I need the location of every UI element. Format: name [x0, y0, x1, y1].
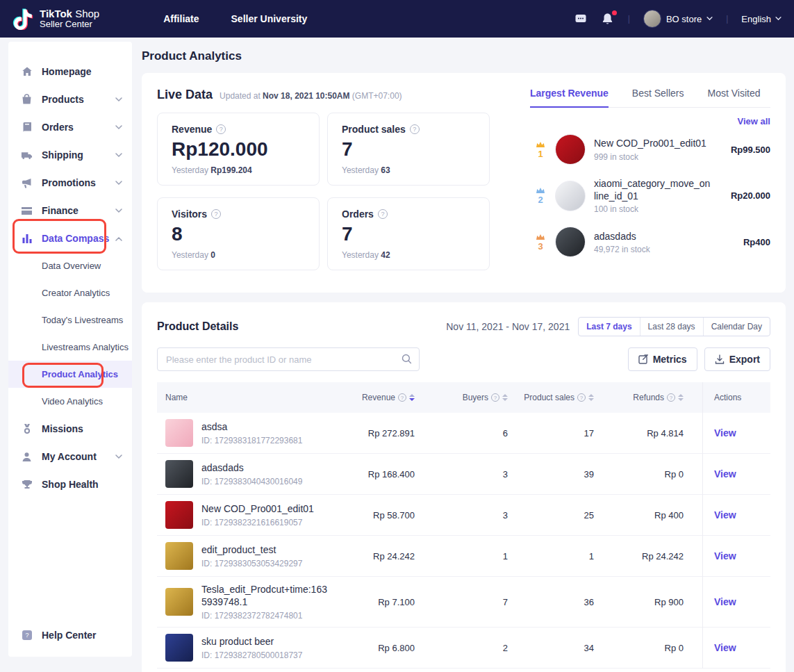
chevron-down-icon	[775, 17, 781, 21]
product-details-card: Product Details Nov 11, 2021 - Nov 17, 2…	[142, 302, 786, 672]
product-name: asdsa	[201, 420, 302, 433]
live-data-updated: Updated at Nov 18, 2021 10:50AM (GMT+07:…	[220, 91, 402, 101]
ranking-item-3[interactable]: 3 adasdads 49,972 in stock Rp400	[530, 220, 770, 263]
cell-revenue: Rp 58.700	[330, 510, 415, 521]
help-icon[interactable]: ?	[491, 393, 499, 402]
sidebar-item-homepage[interactable]: Homepage	[8, 58, 132, 85]
product-thumbnail	[165, 588, 193, 616]
chevron-down-icon	[115, 181, 122, 186]
range-last-28-days[interactable]: Last 28 days	[640, 318, 703, 336]
notification-bell-icon[interactable]	[601, 12, 615, 26]
sidebar-item-help-center[interactable]: ? Help Center	[8, 621, 132, 649]
help-icon[interactable]: ?	[211, 209, 221, 219]
range-calendar-day[interactable]: Calendar Day	[703, 318, 770, 336]
store-switcher[interactable]: BO store	[643, 10, 713, 28]
sort-icon[interactable]	[678, 394, 684, 401]
col-header-refunds[interactable]: Refunds?	[594, 393, 684, 402]
rank-crown-3: 3	[530, 233, 551, 251]
sidebar-subitem-todays-livestreams[interactable]: Today's Livestreams	[8, 306, 132, 334]
tab-best-sellers[interactable]: Best Sellers	[632, 88, 684, 107]
cell-refunds: Rp 400	[594, 510, 684, 521]
actions-column-divider	[702, 382, 703, 669]
sidebar-subitem-livestreams-analytics[interactable]: Livestreams Analytics	[8, 334, 132, 361]
tiktok-shop-logo[interactable]: TikTok Shop Seller Center	[13, 8, 99, 30]
view-link[interactable]: View	[714, 468, 736, 480]
sort-icon[interactable]	[409, 394, 415, 401]
chevron-down-icon	[115, 125, 122, 130]
view-link[interactable]: View	[714, 550, 736, 562]
col-header-name: Name	[157, 393, 330, 402]
nav-link-affiliate[interactable]: Affiliate	[163, 13, 199, 24]
rank-crown-1: 1	[530, 141, 551, 158]
ranking-item-2[interactable]: 2 xiaomi_category_move_online_id_01 100 …	[530, 171, 770, 220]
sidebar-item-my-account[interactable]: My Account	[8, 443, 132, 470]
help-icon[interactable]: ?	[410, 124, 420, 134]
metrics-button[interactable]: Metrics	[628, 347, 697, 371]
view-link[interactable]: View	[714, 509, 736, 521]
sidebar-item-finance[interactable]: Finance	[8, 197, 132, 224]
view-all-link[interactable]: View all	[530, 116, 770, 126]
ranking-item-1[interactable]: 1 New COD_Pro001_edit01 999 in stock Rp9…	[530, 128, 770, 171]
sidebar-subitem-product-analytics[interactable]: Product Analytics	[8, 361, 132, 388]
language-selector[interactable]: English	[741, 14, 781, 24]
sidebar-item-label: Promotions	[42, 177, 96, 188]
product-name: Tesla_edit_Prodcut+time:1635939748.1	[201, 583, 330, 608]
sidebar-subitem-video-analytics[interactable]: Video Analytics	[8, 388, 132, 415]
subitem-label: Creator Analytics	[42, 288, 110, 298]
product-image	[555, 181, 586, 211]
subitem-label: Data Overview	[42, 261, 101, 271]
sort-icon[interactable]	[502, 394, 508, 401]
stat-value: Rp120.000	[172, 138, 305, 161]
col-header-revenue[interactable]: Revenue?	[330, 393, 415, 402]
stat-card-product-sales: Product sales? 7 Yesterday 63	[327, 113, 490, 186]
view-link[interactable]: View	[714, 596, 736, 607]
sidebar-item-label: Help Center	[42, 630, 97, 641]
stat-value: 8	[172, 223, 305, 245]
view-link[interactable]: View	[714, 642, 736, 653]
view-link[interactable]: View	[714, 427, 736, 439]
subitem-label: Product Analytics	[42, 369, 118, 379]
chat-icon[interactable]	[574, 12, 588, 26]
store-avatar	[643, 10, 661, 28]
sidebar-item-data-compass[interactable]: Data Compass	[8, 224, 132, 252]
cell-revenue: Rp 168.400	[330, 469, 415, 480]
cell-sales: 36	[508, 597, 594, 607]
sidebar-item-label: Missions	[42, 423, 83, 434]
help-icon[interactable]: ?	[577, 393, 586, 402]
cell-buyers: 7	[415, 597, 508, 607]
tab-most-visited[interactable]: Most Visited	[708, 88, 761, 107]
sidebar-subitem-creator-analytics[interactable]: Creator Analytics	[8, 279, 132, 306]
help-icon[interactable]: ?	[216, 124, 226, 134]
help-icon[interactable]: ?	[667, 393, 675, 402]
metrics-edit-icon	[638, 354, 648, 364]
stat-label: Product sales	[342, 124, 406, 135]
product-name: xiaomi_category_move_online_id_01	[594, 177, 711, 202]
sidebar-item-products[interactable]: Products	[8, 85, 132, 113]
metrics-label: Metrics	[653, 354, 687, 365]
tab-largest-revenue[interactable]: Largest Revenue	[530, 88, 609, 108]
help-icon[interactable]: ?	[398, 393, 406, 402]
col-header-product-sales[interactable]: Product sales?	[508, 393, 594, 402]
cell-sales: 1	[508, 551, 594, 562]
help-question-icon: ?	[21, 630, 33, 641]
sidebar-item-shop-health[interactable]: Shop Health	[8, 470, 132, 498]
product-image	[555, 134, 586, 165]
sort-icon[interactable]	[588, 394, 594, 401]
sidebar-item-promotions[interactable]: Promotions	[8, 169, 132, 197]
product-name: adasdads	[201, 461, 302, 474]
range-last-7-days[interactable]: Last 7 days	[579, 318, 639, 336]
sidebar-item-shipping[interactable]: Shipping	[8, 141, 132, 169]
export-button[interactable]: Export	[704, 347, 770, 371]
stat-yesterday: Yesterday 42	[342, 250, 475, 260]
nav-link-seller-university[interactable]: Seller University	[231, 13, 308, 24]
help-icon[interactable]: ?	[378, 209, 388, 219]
sidebar-item-missions[interactable]: Missions	[8, 415, 132, 443]
sidebar-subitem-data-overview[interactable]: Data Overview	[8, 252, 132, 279]
date-range-segmented-control: Last 7 days Last 28 days Calendar Day	[578, 317, 770, 336]
product-search-input[interactable]	[157, 347, 420, 371]
product-thumbnail	[165, 542, 193, 570]
col-header-buyers[interactable]: Buyers?	[415, 393, 508, 402]
search-icon[interactable]	[402, 354, 412, 364]
product-price: Rp400	[743, 237, 770, 247]
sidebar-item-orders[interactable]: Orders	[8, 113, 132, 141]
